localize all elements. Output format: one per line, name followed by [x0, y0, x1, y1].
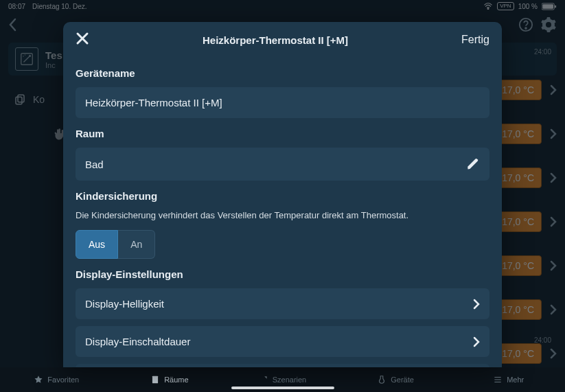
room-row[interactable]: Bad: [76, 148, 489, 181]
display-brightness-row[interactable]: Display-Helligkeit: [76, 288, 489, 319]
bg-card-sub: Inc: [45, 61, 62, 69]
childlock-toggle: Aus An: [76, 230, 489, 259]
svg-rect-10: [152, 376, 158, 384]
device-settings-modal: Heizkörper-Thermostat II [+M] Fertig Ger…: [63, 22, 502, 367]
gear-icon[interactable]: [540, 16, 557, 33]
svg-point-7: [30, 56, 31, 57]
chevron-right-icon: [550, 260, 557, 271]
status-time: 08:07: [8, 3, 25, 10]
svg-rect-9: [16, 97, 22, 104]
childlock-desc: Die Kindersicherung verhindert das Verst…: [76, 210, 489, 220]
wifi-icon: [483, 3, 493, 10]
battery-pct: 100 %: [518, 3, 538, 10]
svg-rect-2: [542, 4, 553, 8]
vpn-badge: VPN: [497, 2, 514, 10]
bg-card-title: Tes: [45, 49, 62, 61]
temp-row[interactable]: 17,0 °C: [494, 253, 557, 279]
tab-label: Mehr: [507, 376, 524, 384]
room-value: Bad: [85, 159, 104, 170]
temp-row[interactable]: 17,0 °C: [494, 297, 557, 323]
nav-label: Display-Helligkeit: [85, 298, 164, 310]
temp-column: 17,0 °C 17,0 °C 17,0 °C 17,0 °C 17,0 °C …: [494, 77, 557, 367]
temp-row[interactable]: 17,0 °C: [494, 165, 557, 191]
tab-rooms[interactable]: Räume: [113, 367, 227, 392]
edit-icon[interactable]: [466, 157, 480, 171]
childlock-on-button[interactable]: An: [118, 230, 155, 259]
tab-label: Geräte: [391, 376, 414, 384]
section-room: Raum: [76, 128, 489, 139]
chevron-right-icon: [550, 348, 557, 359]
temp-row[interactable]: 17,0 °C: [494, 121, 557, 147]
chevron-right-icon: [473, 336, 480, 347]
back-icon[interactable]: [8, 18, 18, 32]
bg-time-label: 24:00: [534, 48, 551, 56]
chevron-right-icon: [550, 172, 557, 183]
section-display: Display-Einstellungen: [76, 268, 489, 280]
battery-icon: [542, 3, 557, 10]
modal-body: Gerätename Raum Bad Kindersicherung Die …: [63, 58, 502, 367]
tab-more[interactable]: Mehr: [452, 367, 565, 392]
status-bar: 08:07 Dienstag 10. Dez. VPN 100 %: [0, 0, 565, 12]
close-icon[interactable]: [76, 32, 89, 48]
temp-row[interactable]: 17,0 °C: [494, 341, 557, 367]
tab-label: Favoriten: [47, 376, 79, 384]
help-icon[interactable]: [518, 17, 533, 32]
done-button[interactable]: Fertig: [461, 34, 489, 46]
svg-rect-8: [18, 95, 24, 102]
modal-header: Heizkörper-Thermostat II [+M] Fertig: [63, 22, 502, 58]
childlock-off-button[interactable]: Aus: [76, 230, 118, 259]
display-orientation-row[interactable]: Display-Ausrichtung: [76, 364, 489, 367]
bg-copy-label: Ko: [33, 94, 45, 105]
chevron-right-icon: [550, 304, 557, 315]
temp-row[interactable]: 17,0 °C: [494, 77, 557, 103]
chevron-right-icon: [550, 128, 557, 139]
status-date: Dienstag 10. Dez.: [32, 3, 87, 10]
chevron-right-icon: [473, 299, 480, 310]
tab-favorites[interactable]: Favoriten: [0, 367, 113, 392]
temp-row[interactable]: 17,0 °C: [494, 209, 557, 235]
section-childlock: Kindersicherung: [76, 190, 489, 202]
wand-icon: [15, 47, 38, 71]
tab-devices[interactable]: Geräte: [339, 367, 452, 392]
section-device-name: Gerätename: [76, 67, 489, 79]
tab-label: Räume: [164, 376, 188, 384]
nav-label: Display-Einschaltdauer: [85, 336, 190, 347]
svg-point-5: [525, 27, 527, 29]
tab-label: Szenarien: [273, 376, 307, 384]
bg-copy-row[interactable]: Ko: [14, 93, 45, 106]
svg-rect-3: [555, 5, 556, 8]
home-indicator: [231, 387, 334, 389]
display-duration-row[interactable]: Display-Einschaltdauer: [76, 326, 489, 357]
modal-title: Heizkörper-Thermostat II [+M]: [89, 34, 461, 46]
device-name-input[interactable]: [76, 87, 489, 118]
chevron-right-icon: [550, 84, 557, 95]
svg-point-0: [487, 8, 489, 10]
chevron-right-icon: [550, 216, 557, 227]
